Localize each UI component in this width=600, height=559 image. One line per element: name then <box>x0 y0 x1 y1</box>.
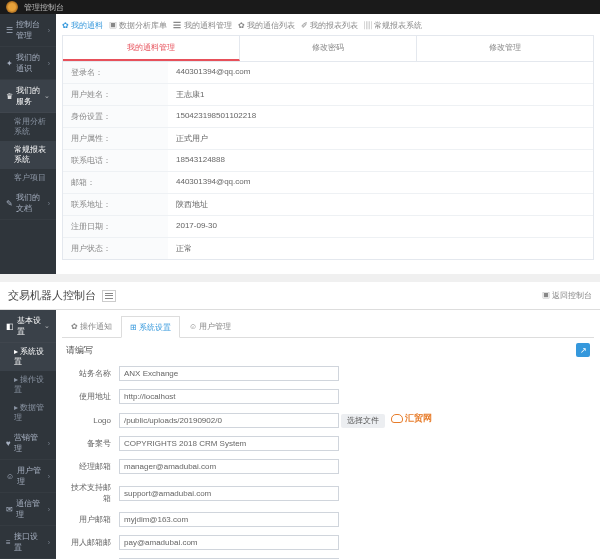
profile-row: 用户状态：正常 <box>63 238 593 259</box>
tab-password[interactable]: 修改密码 <box>240 36 417 61</box>
form-row: 通知邮箱 <box>62 554 594 559</box>
tab-manage[interactable]: 修改管理 <box>417 36 593 61</box>
tab2-item-active[interactable]: ⊞ 系统设置 <box>121 316 180 338</box>
panel2-content: ✿ 操作通知 ⊞ 系统设置 ☺ 用户管理 请编写 ↗ 站务名称使用地址Logo … <box>56 310 600 559</box>
form-row: 经理邮箱 <box>62 455 594 478</box>
menu-toggle-icon[interactable] <box>102 290 116 302</box>
sidebar2-item[interactable]: ◧ 基本设置⌄ <box>0 310 56 343</box>
sidebar2-item[interactable]: ♥ 营销管理› <box>0 427 56 460</box>
breadcrumb: ✿ 我的通料 ▣ 数据分析库单 ☰ 我的通料管理 ✿ 我的通信列表 ✐ 我的报表… <box>62 20 594 31</box>
sidebar-item[interactable]: ✦ 我们的通识› <box>0 47 56 80</box>
profile-label: 用户状态： <box>63 238 168 259</box>
sidebar2-subitem[interactable]: ▸ 数据管理 <box>0 399 56 427</box>
profile-label: 注册日期： <box>63 216 168 237</box>
sidebar2-item[interactable]: ✉ 通信管理› <box>0 493 56 526</box>
breadcrumb-item[interactable]: ▥ 常规报表系统 <box>364 20 422 31</box>
sidebar2-item[interactable]: ☺ 用户管理› <box>0 460 56 493</box>
profile-value: 440301394@qq.com <box>168 172 593 193</box>
back-link[interactable]: ▣ 返回控制台 <box>542 291 592 301</box>
profile-value: 2017-09-30 <box>168 216 593 237</box>
sidebar-subitem-active[interactable]: 常规报表系统 <box>0 141 56 169</box>
form-row: 备案号 <box>62 432 594 455</box>
external-link-icon[interactable]: ↗ <box>576 343 590 357</box>
form-label: 技术支持邮箱 <box>64 482 119 504</box>
form-input[interactable] <box>119 512 339 527</box>
breadcrumb-item[interactable]: ✐ 我的报表列表 <box>301 20 358 31</box>
profile-value: 正常 <box>168 238 593 259</box>
form-input[interactable] <box>119 413 339 428</box>
form-row: 站务名称 <box>62 362 594 385</box>
profile-value: 正式用户 <box>168 128 593 149</box>
form-input[interactable] <box>119 535 339 550</box>
form-input[interactable] <box>119 389 339 404</box>
form-row: 技术支持邮箱 <box>62 478 594 508</box>
panel2-header: 交易机器人控制台 ▣ 返回控制台 <box>0 282 600 310</box>
profile-row: 身份设置：150423198501102218 <box>63 106 593 128</box>
topbar-title: 管理控制台 <box>24 2 64 13</box>
profile-row: 用户属性：正式用户 <box>63 128 593 150</box>
panel2-title: 交易机器人控制台 <box>8 288 96 303</box>
form-row: Logo 选择文件 汇贸网 <box>62 408 594 432</box>
profile-label: 联系电话： <box>63 150 168 171</box>
sidebar-item[interactable]: ☰ 控制台管理› <box>0 14 56 47</box>
tab2-item[interactable]: ☺ 用户管理 <box>180 316 240 337</box>
profile-row: 联系电话：18543124888 <box>63 150 593 172</box>
form-input[interactable] <box>119 436 339 451</box>
breadcrumb-item[interactable]: ✿ 我的通信列表 <box>238 20 295 31</box>
tab-strip: 我的通料管理 修改密码 修改管理 <box>62 35 594 61</box>
profile-row: 登录名：440301394@qq.com <box>63 62 593 84</box>
form-label: 用人邮箱邮 <box>64 537 119 548</box>
profile-label: 用户属性： <box>63 128 168 149</box>
breadcrumb-item[interactable]: ☰ 我的通料管理 <box>173 20 231 31</box>
profile-value: 150423198501102218 <box>168 106 593 127</box>
profile-value: 王志康1 <box>168 84 593 105</box>
profile-row: 注册日期：2017-09-30 <box>63 216 593 238</box>
profile-row: 联系地址：陕西地址 <box>63 194 593 216</box>
profile-row: 邮箱：440301394@qq.com <box>63 172 593 194</box>
sidebar2-subitem-active[interactable]: ▸ 系统设置 <box>0 343 56 371</box>
profile-value: 18543124888 <box>168 150 593 171</box>
sidebar-left: ☰ 控制台管理› ✦ 我们的通识› ♛ 我们的服务⌄ 常用分析系统 常规报表系统… <box>0 14 56 274</box>
profile-label: 联系地址： <box>63 194 168 215</box>
profile-label: 登录名： <box>63 62 168 83</box>
profile-value: 440301394@qq.com <box>168 62 593 83</box>
sidebar-subitem[interactable]: 常用分析系统 <box>0 113 56 141</box>
profile-label: 身份设置： <box>63 106 168 127</box>
form-label: 用户邮箱 <box>64 514 119 525</box>
sidebar-subitem[interactable]: 客户项目 <box>0 169 56 187</box>
settings-form: 站务名称使用地址Logo 选择文件 汇贸网备案号经理邮箱技术支持邮箱用户邮箱用人… <box>62 362 594 559</box>
form-label: Logo <box>64 416 119 425</box>
brand-logo: 汇贸网 <box>391 412 432 425</box>
profile-table: 登录名：440301394@qq.com用户姓名：王志康1身份设置：150423… <box>62 61 594 260</box>
profile-label: 邮箱： <box>63 172 168 193</box>
sidebar2-subitem[interactable]: ▸ 操作设置 <box>0 371 56 399</box>
form-label: 经理邮箱 <box>64 461 119 472</box>
profile-row: 用户姓名：王志康1 <box>63 84 593 106</box>
main-content: ✿ 我的通料 ▣ 数据分析库单 ☰ 我的通料管理 ✿ 我的通信列表 ✐ 我的报表… <box>56 14 600 274</box>
sidebar-item[interactable]: ✎ 我们的文档› <box>0 187 56 220</box>
form-heading: 请编写 <box>66 344 93 357</box>
topbar: 管理控制台 <box>0 0 600 14</box>
form-label: 使用地址 <box>64 391 119 402</box>
form-row: 使用地址 <box>62 385 594 408</box>
cloud-icon <box>391 414 403 423</box>
form-label: 备案号 <box>64 438 119 449</box>
sidebar2-left: ◧ 基本设置⌄ ▸ 系统设置 ▸ 操作设置 ▸ 数据管理 ♥ 营销管理› ☺ 用… <box>0 310 56 559</box>
sidebar2-item[interactable]: ≡ 接口设置› <box>0 526 56 559</box>
form-row: 用户邮箱 <box>62 508 594 531</box>
profile-label: 用户姓名： <box>63 84 168 105</box>
breadcrumb-item[interactable]: ✿ 我的通料 <box>62 20 103 31</box>
profile-value: 陕西地址 <box>168 194 593 215</box>
breadcrumb-item[interactable]: ▣ 数据分析库单 <box>109 20 167 31</box>
app-logo <box>6 1 18 13</box>
sidebar-item[interactable]: ♛ 我们的服务⌄ <box>0 80 56 113</box>
form-label: 站务名称 <box>64 368 119 379</box>
tab-profile[interactable]: 我的通料管理 <box>63 36 240 61</box>
form-input[interactable] <box>119 459 339 474</box>
form-row: 用人邮箱邮 <box>62 531 594 554</box>
form-input[interactable] <box>119 486 339 501</box>
upload-button[interactable]: 选择文件 <box>341 414 385 428</box>
tabbar2: ✿ 操作通知 ⊞ 系统设置 ☺ 用户管理 <box>62 316 594 338</box>
form-input[interactable] <box>119 366 339 381</box>
tab2-item[interactable]: ✿ 操作通知 <box>62 316 121 337</box>
